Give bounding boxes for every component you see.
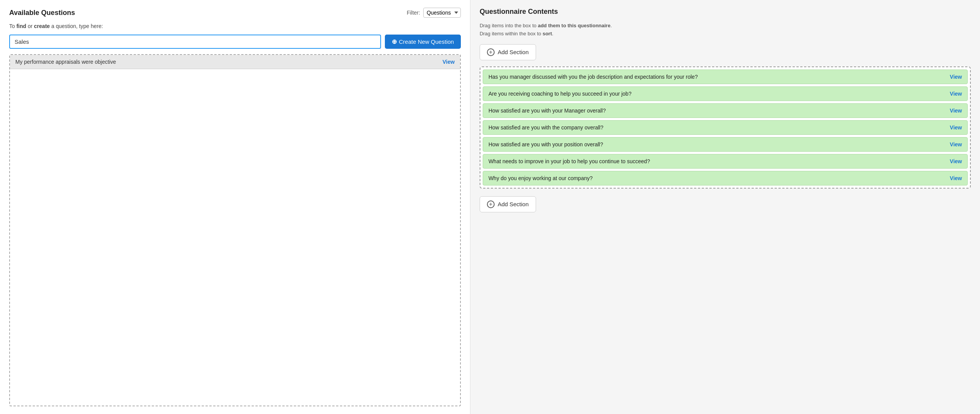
add-section-bottom-label: Add Section	[498, 201, 529, 207]
questionnaire-item-text: How satisfied are you with your position…	[488, 141, 603, 147]
questionnaire-item[interactable]: How satisfied are you with the company o…	[483, 120, 968, 135]
questionnaire-item-view-link[interactable]: View	[950, 141, 962, 147]
question-item-text: My performance appraisals were objective	[15, 59, 116, 65]
add-section-top-button[interactable]: + Add Section	[480, 44, 536, 60]
drag-hint-line2: Drag items within the box to sort.	[480, 30, 971, 38]
add-bold: add them to this questionnaire	[538, 23, 610, 28]
left-panel: Available Questions Filter: Questions Se…	[0, 0, 470, 414]
questionnaire-item-text: Has you manager discussed with you the j…	[488, 74, 698, 80]
filter-select[interactable]: Questions Sections All	[423, 8, 461, 18]
available-questions-dropzone: My performance appraisals were objective…	[9, 54, 461, 406]
questionnaire-item[interactable]: How satisfied are you with your Manager …	[483, 103, 968, 118]
circle-plus-top-icon: +	[487, 48, 495, 56]
create-question-label: Create New Question	[399, 38, 454, 45]
search-row: ⊕ Create New Question	[9, 35, 461, 49]
questionnaire-item[interactable]: What needs to improve in your job to hel…	[483, 154, 968, 169]
sort-bold: sort	[543, 31, 552, 36]
question-item[interactable]: My performance appraisals were objective…	[10, 55, 460, 69]
left-panel-title: Available Questions	[9, 9, 75, 17]
main-container: Available Questions Filter: Questions Se…	[0, 0, 980, 414]
drag-hint: Drag items into the box to add them to t…	[480, 22, 971, 38]
questionnaire-item-view-link[interactable]: View	[950, 158, 962, 164]
right-panel-title: Questionnaire Contents	[480, 8, 971, 16]
questionnaire-item-view-link[interactable]: View	[950, 74, 962, 80]
create-question-button[interactable]: ⊕ Create New Question	[385, 35, 461, 49]
question-view-link[interactable]: View	[442, 59, 455, 65]
questionnaire-item-text: Are you receiving coaching to help you s…	[488, 91, 632, 97]
questionnaire-item-view-link[interactable]: View	[950, 108, 962, 114]
filter-container: Filter: Questions Sections All	[407, 8, 461, 18]
questionnaire-item-view-link[interactable]: View	[950, 175, 962, 181]
create-bold: create	[34, 23, 50, 29]
search-input[interactable]	[9, 35, 381, 49]
circle-plus-bottom-icon: +	[487, 200, 495, 208]
questionnaire-item[interactable]: How satisfied are you with your position…	[483, 137, 968, 152]
add-section-bottom-button[interactable]: + Add Section	[480, 196, 536, 212]
plus-icon: ⊕	[392, 38, 397, 45]
add-section-top-label: Add Section	[498, 49, 529, 55]
bottom-section: + Add Section	[480, 196, 971, 212]
left-panel-header: Available Questions Filter: Questions Se…	[9, 8, 461, 18]
find-bold: find	[16, 23, 26, 29]
questionnaire-item-text: What needs to improve in your job to hel…	[488, 158, 650, 164]
search-hint: To find or create a question, type here:	[9, 23, 461, 29]
questionnaire-item-text: How satisfied are you with the company o…	[488, 124, 604, 131]
questionnaire-item-view-link[interactable]: View	[950, 91, 962, 97]
questionnaire-item-text: How satisfied are you with your Manager …	[488, 108, 606, 114]
questionnaire-item[interactable]: Why do you enjoy working at our company?…	[483, 171, 968, 185]
questionnaire-item-view-link[interactable]: View	[950, 124, 962, 131]
questionnaire-item[interactable]: Are you receiving coaching to help you s…	[483, 86, 968, 101]
filter-label: Filter:	[407, 10, 420, 16]
right-panel: Questionnaire Contents Drag items into t…	[470, 0, 980, 414]
questionnaire-dropzone: Has you manager discussed with you the j…	[480, 66, 971, 189]
drag-hint-line1: Drag items into the box to add them to t…	[480, 22, 971, 30]
questionnaire-item-text: Why do you enjoy working at our company?	[488, 175, 593, 181]
questionnaire-item[interactable]: Has you manager discussed with you the j…	[483, 70, 968, 84]
